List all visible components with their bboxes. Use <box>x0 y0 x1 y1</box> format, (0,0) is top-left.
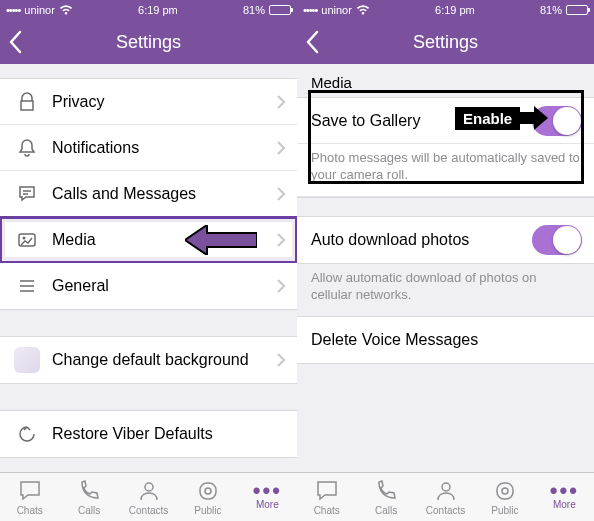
lock-icon <box>14 92 40 112</box>
row-delete-voice[interactable]: Delete Voice Messages <box>297 317 594 363</box>
tabbar: Chats Calls Contacts Public •••More <box>297 472 594 521</box>
page-title: Settings <box>116 32 181 53</box>
tab-label: Contacts <box>426 505 465 516</box>
settings-group-main: Privacy Notifications Calls and Messages… <box>0 78 297 310</box>
row-label: Auto download photos <box>311 231 469 249</box>
svg-point-4 <box>205 488 211 494</box>
tab-calls[interactable]: Calls <box>59 473 118 521</box>
page-title: Settings <box>413 32 478 53</box>
more-icon: ••• <box>550 484 579 498</box>
battery-icon <box>269 5 291 15</box>
battery-icon <box>566 5 588 15</box>
svg-point-7 <box>502 488 508 494</box>
tab-label: More <box>553 499 576 510</box>
save-to-gallery-desc: Photo messages will be automatically sav… <box>297 144 594 197</box>
section-header-media: Media <box>297 64 594 97</box>
tab-label: Chats <box>314 505 340 516</box>
row-change-background[interactable]: Change default background <box>0 337 297 383</box>
statusbar: ••••• uninor 6:19 pm 81% <box>297 0 594 20</box>
row-label: Privacy <box>52 93 104 111</box>
svg-rect-3 <box>200 483 216 499</box>
navbar: Settings <box>0 20 297 64</box>
row-media[interactable]: Media <box>0 217 297 263</box>
chevron-right-icon <box>277 95 285 109</box>
tab-more[interactable]: •••More <box>238 473 297 521</box>
tab-contacts[interactable]: Contacts <box>119 473 178 521</box>
clock: 6:19 pm <box>435 4 475 16</box>
tab-label: More <box>256 499 279 510</box>
clock: 6:19 pm <box>138 4 178 16</box>
row-label: General <box>52 277 109 295</box>
tab-label: Contacts <box>129 505 168 516</box>
list-icon <box>14 276 40 296</box>
row-save-to-gallery[interactable]: Save to Gallery <box>297 98 594 144</box>
row-label: Restore Viber Defaults <box>52 425 213 443</box>
svg-point-2 <box>145 483 153 491</box>
tab-label: Public <box>491 505 518 516</box>
navbar: Settings <box>297 20 594 64</box>
chevron-right-icon <box>277 353 285 367</box>
signal-dots: ••••• <box>6 4 20 16</box>
phone-right: ••••• uninor 6:19 pm 81% Settings Media … <box>297 0 594 521</box>
tab-contacts[interactable]: Contacts <box>416 473 475 521</box>
battery-pct: 81% <box>243 4 265 16</box>
row-label: Notifications <box>52 139 139 157</box>
tab-chats[interactable]: Chats <box>297 473 356 521</box>
restore-icon <box>14 424 40 444</box>
media-icon <box>14 230 40 250</box>
battery-pct: 81% <box>540 4 562 16</box>
toggle-save-to-gallery[interactable] <box>532 106 582 136</box>
tab-label: Calls <box>78 505 100 516</box>
row-notifications[interactable]: Notifications <box>0 125 297 171</box>
background-thumb-icon <box>14 347 40 373</box>
tab-label: Calls <box>375 505 397 516</box>
speech-bubble-icon <box>14 184 40 204</box>
row-restore-defaults[interactable]: Restore Viber Defaults <box>0 411 297 457</box>
tab-public[interactable]: Public <box>475 473 534 521</box>
tab-chats[interactable]: Chats <box>0 473 59 521</box>
more-icon: ••• <box>253 484 282 498</box>
row-label: Calls and Messages <box>52 185 196 203</box>
toggle-auto-download[interactable] <box>532 225 582 255</box>
row-calls-messages[interactable]: Calls and Messages <box>0 171 297 217</box>
chevron-right-icon <box>277 233 285 247</box>
auto-download-desc: Allow automatic download of photos on ce… <box>297 264 594 316</box>
carrier: uninor <box>321 4 352 16</box>
svg-rect-6 <box>497 483 513 499</box>
chevron-right-icon <box>277 187 285 201</box>
svg-point-1 <box>23 236 26 239</box>
row-privacy[interactable]: Privacy <box>0 79 297 125</box>
tab-more[interactable]: •••More <box>535 473 594 521</box>
wifi-icon <box>59 5 73 15</box>
back-button[interactable] <box>8 30 22 58</box>
tab-public[interactable]: Public <box>178 473 237 521</box>
bell-icon <box>14 138 40 158</box>
signal-dots: ••••• <box>303 4 317 16</box>
chevron-right-icon <box>277 141 285 155</box>
media-settings: Media Save to Gallery Photo messages wil… <box>297 64 594 472</box>
row-label: Change default background <box>52 351 249 369</box>
wifi-icon <box>356 5 370 15</box>
tab-calls[interactable]: Calls <box>356 473 415 521</box>
row-general[interactable]: General <box>0 263 297 309</box>
statusbar: ••••• uninor 6:19 pm 81% <box>0 0 297 20</box>
tab-label: Public <box>194 505 221 516</box>
tabbar: Chats Calls Contacts Public •••More <box>0 472 297 521</box>
tab-label: Chats <box>17 505 43 516</box>
row-label: Delete Voice Messages <box>311 331 478 349</box>
row-label: Media <box>52 231 96 249</box>
back-button[interactable] <box>305 30 319 58</box>
carrier: uninor <box>24 4 55 16</box>
row-label: Save to Gallery <box>311 112 420 130</box>
phone-left: ••••• uninor 6:19 pm 81% Settings Privac… <box>0 0 297 521</box>
settings-main: Privacy Notifications Calls and Messages… <box>0 64 297 472</box>
svg-point-5 <box>442 483 450 491</box>
chevron-right-icon <box>277 279 285 293</box>
annotation-arrow-left <box>185 225 257 255</box>
row-auto-download[interactable]: Auto download photos <box>297 217 594 263</box>
